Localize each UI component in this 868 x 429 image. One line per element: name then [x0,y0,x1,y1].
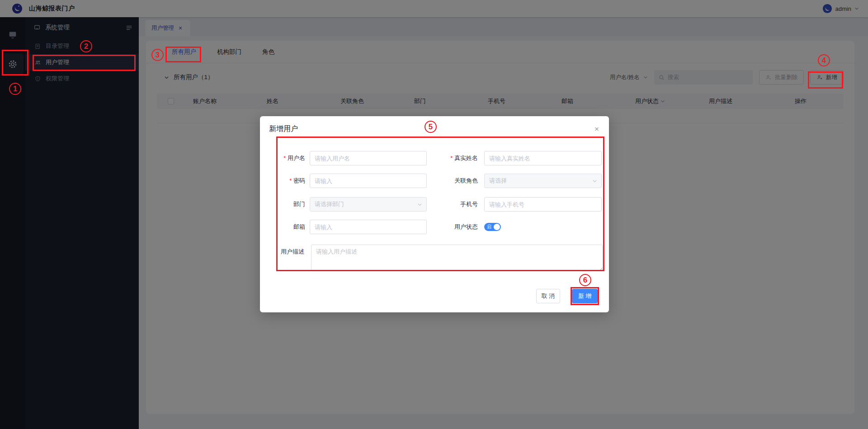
phone-label: 手机号 [436,197,478,212]
chevron-down-icon [592,179,597,183]
close-icon[interactable]: × [594,125,599,133]
toggle-knob [494,224,500,230]
department-label: 部门 [267,197,305,212]
chevron-down-icon [417,202,422,207]
username-label: 用户名 [267,151,305,165]
toggle-on-label: 启 [487,223,491,231]
email-field[interactable] [310,220,427,234]
role-select-placeholder: 请选择 [489,177,507,185]
form-row: 邮箱 用户状态 启 [260,220,609,234]
realname-label: 真实姓名 [436,151,478,165]
phone-field[interactable] [484,197,602,212]
form-row: 用户名 真实姓名 [260,151,609,165]
status-label: 用户状态 [436,220,478,234]
password-label: 密码 [267,174,305,188]
department-select-placeholder: 请选择部门 [315,200,344,208]
description-label: 用户描述 [260,245,304,259]
add-user-modal: 新增用户 × 用户名 真实姓名 密码 关联角色 请选择 部门 请选择部门 [260,116,609,312]
realname-field[interactable] [484,151,602,165]
username-field[interactable] [310,151,427,165]
cancel-button[interactable]: 取 消 [536,289,560,303]
modal-title: 新增用户 [269,124,298,134]
form-row: 用户描述 [260,245,609,271]
screen: 山海鲸报表门户 admin [0,0,868,429]
role-label: 关联角色 [436,174,478,188]
description-field[interactable] [311,245,603,271]
status-toggle[interactable]: 启 [484,223,501,231]
email-label: 邮箱 [267,220,305,234]
password-field[interactable] [310,174,427,188]
department-select[interactable]: 请选择部门 [310,197,427,212]
role-select[interactable]: 请选择 [484,174,602,188]
form-row: 密码 关联角色 请选择 [260,174,609,188]
form-row: 部门 请选择部门 手机号 [260,197,609,212]
submit-button[interactable]: 新 增 [572,289,598,303]
